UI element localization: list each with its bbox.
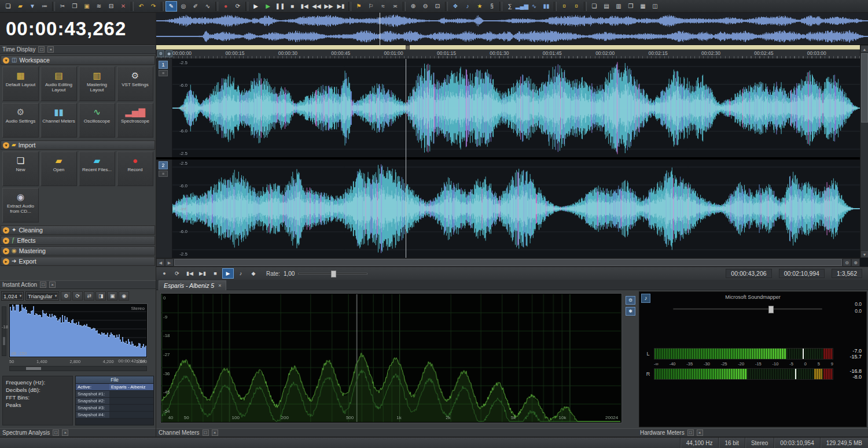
section-header[interactable]: ▸ ◉ Mastering bbox=[1, 246, 155, 256]
instant-action-tab[interactable]: Instant Action □ × bbox=[0, 280, 156, 289]
horizontal-scrollbar[interactable]: ◀ ▶ ⊖ ⊕ bbox=[156, 258, 860, 266]
snapshot-row[interactable]: Snapshot #1: bbox=[76, 391, 153, 398]
restore-icon[interactable]: □ bbox=[203, 430, 209, 436]
record-button[interactable]: ● bbox=[220, 1, 231, 12]
scrollbar-thumb[interactable] bbox=[26, 367, 41, 370]
spectrum-canvas[interactable] bbox=[10, 305, 146, 357]
close-icon[interactable]: × bbox=[47, 46, 54, 53]
position-marker[interactable] bbox=[406, 45, 410, 50]
lock-markers-button[interactable]: ¤ bbox=[558, 1, 570, 12]
zoom-out-button[interactable]: ⊖ bbox=[843, 258, 851, 266]
position-bar[interactable] bbox=[156, 45, 860, 50]
magnify-tool-button[interactable]: ◎ bbox=[178, 1, 189, 12]
new-file-button[interactable]: ❏ bbox=[2, 1, 14, 12]
gain-slider-thumb[interactable] bbox=[768, 306, 774, 313]
section-header[interactable]: ▸ ➔ Export bbox=[1, 257, 155, 266]
statistics-view-button[interactable]: ∑ bbox=[504, 1, 516, 12]
scrollbar-thumb[interactable] bbox=[861, 53, 868, 123]
zoom-in-button[interactable]: ⊕ bbox=[407, 1, 419, 12]
refresh-button[interactable]: ⟳ bbox=[72, 291, 83, 301]
stop-button[interactable]: ■ bbox=[286, 1, 298, 12]
tile-vertical-button[interactable]: ▥ bbox=[613, 1, 624, 12]
action-mastering-layout[interactable]: ▥ Mastering Layout bbox=[79, 66, 115, 101]
lock-envelopes-button[interactable]: ¤ bbox=[571, 1, 582, 12]
action-oscilloscope[interactable]: ∿ Oscilloscope bbox=[79, 103, 115, 138]
close-icon[interactable]: × bbox=[62, 430, 68, 436]
channel-1[interactable]: -2.5-6.0-Inf.-6.0-2.5 bbox=[172, 59, 860, 157]
close-icon[interactable]: × bbox=[212, 430, 218, 436]
meter-settings-button[interactable]: ⚙ bbox=[626, 296, 635, 305]
section-expand-icon[interactable]: ▾ bbox=[3, 142, 9, 149]
channel-2-menu-button[interactable]: ≡ bbox=[159, 171, 168, 177]
section-expand-icon[interactable]: ▸ bbox=[3, 258, 9, 265]
audio-plugin-button[interactable]: ♪ bbox=[462, 1, 473, 12]
play-all-button[interactable]: ▶ bbox=[250, 1, 262, 12]
close-icon[interactable]: × bbox=[218, 283, 221, 288]
settings-button[interactable]: ⚙ bbox=[61, 291, 71, 301]
rate-slider-thumb[interactable] bbox=[331, 271, 336, 277]
rate-slider[interactable] bbox=[298, 273, 367, 275]
zoom-out-button[interactable]: ⊖ bbox=[420, 1, 431, 12]
channel-meters-canvas[interactable] bbox=[161, 294, 621, 422]
channel-2-badge[interactable]: 2 bbox=[159, 161, 168, 169]
cascade-windows-button[interactable]: ❐ bbox=[625, 1, 637, 12]
action-audio-editing-layout[interactable]: ▤ Audio Editing Layout bbox=[41, 66, 77, 101]
hold-button[interactable]: ▣ bbox=[107, 291, 117, 301]
undo-button[interactable]: ↶ bbox=[135, 1, 147, 12]
pencil-tool-button[interactable]: ✐ bbox=[190, 1, 201, 12]
restore-icon[interactable]: □ bbox=[687, 430, 694, 436]
section-expand-icon[interactable]: ▸ bbox=[3, 227, 9, 234]
action-audio-settings[interactable]: ⚙ Audio Settings bbox=[2, 103, 39, 138]
meters-view-button[interactable]: ▮▮ bbox=[540, 1, 552, 12]
cut-button[interactable]: ✂ bbox=[57, 1, 68, 12]
region-insert-button[interactable]: ⚐ bbox=[365, 1, 377, 12]
spectrum-vertical-scrollbar[interactable] bbox=[2, 306, 6, 356]
spectrum-view-button[interactable]: ▂▄▆ bbox=[516, 1, 528, 12]
forward-button[interactable]: ▶▶ bbox=[323, 1, 334, 12]
editor-settings-button[interactable]: ⚙ bbox=[157, 50, 164, 57]
meter-hold-button[interactable]: ✱ bbox=[626, 307, 635, 316]
close-icon[interactable]: × bbox=[697, 430, 703, 436]
zoom-in-button[interactable]: ⊕ bbox=[851, 258, 860, 266]
save-file-button[interactable]: ▼ bbox=[27, 1, 38, 12]
script-editor-button[interactable]: § bbox=[486, 1, 498, 12]
action-default-layout[interactable]: ▦ Default Layout bbox=[2, 66, 39, 101]
waveform-overview[interactable] bbox=[156, 13, 868, 45]
hardware-meters-tab[interactable]: Hardware Meters □ × bbox=[638, 428, 868, 437]
scroll-down-icon[interactable]: ▼ bbox=[860, 250, 868, 258]
edit-tool-button[interactable]: ✎ bbox=[165, 1, 177, 12]
record-button[interactable]: ● bbox=[159, 268, 170, 279]
channel-2-waveform[interactable] bbox=[172, 160, 860, 258]
overview-waveform-left[interactable] bbox=[156, 14, 868, 28]
delete-selection-button[interactable]: ✕ bbox=[117, 1, 129, 12]
channel-meters-tab[interactable]: Channel Meters □ × bbox=[156, 428, 638, 437]
loop-playback-button[interactable]: ⟳ bbox=[232, 1, 244, 12]
channel-2[interactable]: -2.5-6.0-Inf.-6.0-2.5 bbox=[172, 160, 860, 258]
go-to-end-button[interactable]: ▶▮ bbox=[335, 1, 347, 12]
action-new[interactable]: ❏ New bbox=[2, 151, 39, 186]
snapshot-row[interactable]: Snapshot #2: bbox=[76, 398, 153, 405]
action-open[interactable]: ▰ Open bbox=[41, 151, 77, 186]
level-meter-left[interactable] bbox=[654, 348, 833, 360]
window-type-select[interactable]: Triangular ▾ bbox=[25, 291, 59, 301]
go-to-end-button[interactable]: ▶▮ bbox=[197, 268, 208, 279]
preset-manager-button[interactable]: ★ bbox=[474, 1, 486, 12]
action-spectroscope[interactable]: ▂▅▇ Spectroscope bbox=[117, 103, 153, 138]
overview-playhead[interactable] bbox=[380, 13, 380, 45]
pause-button[interactable]: ❚❚ bbox=[274, 1, 286, 12]
section-expand-icon[interactable]: ▸ bbox=[3, 238, 9, 244]
copy-button[interactable]: ❐ bbox=[69, 1, 80, 12]
restore-icon[interactable]: □ bbox=[38, 46, 45, 53]
document-tab[interactable]: Esparis - Albeniz 5 × bbox=[159, 280, 226, 291]
scrollbar-thumb[interactable] bbox=[174, 259, 842, 266]
file-properties-button[interactable]: ≔ bbox=[39, 1, 50, 12]
go-to-start-button[interactable]: ▮◀ bbox=[299, 1, 310, 12]
scroll-up-icon[interactable]: ▲ bbox=[860, 45, 868, 53]
output-gain-slider[interactable] bbox=[673, 308, 822, 310]
play-button[interactable]: ▶ bbox=[222, 268, 234, 279]
overview-waveform-right[interactable] bbox=[156, 29, 868, 43]
time-ruler[interactable]: 00:00:0000:00:1500:00:3000:00:4500:01:00… bbox=[156, 50, 860, 59]
open-file-button[interactable]: ▰ bbox=[14, 1, 26, 12]
time-display-tab[interactable]: Time Display □ × bbox=[0, 45, 156, 54]
action-vst-settings[interactable]: ⚙ VST Settings bbox=[117, 66, 153, 101]
